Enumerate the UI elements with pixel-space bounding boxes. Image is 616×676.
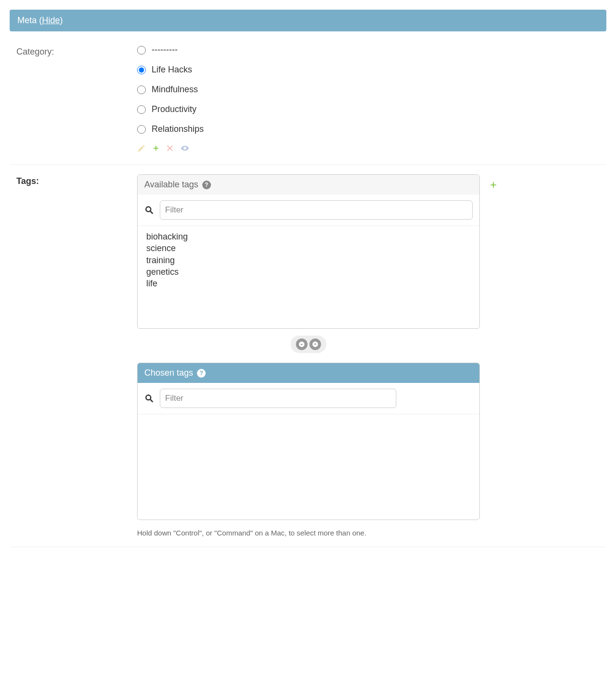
section-header: Meta (Hide) <box>10 10 606 31</box>
svg-point-0 <box>146 207 151 211</box>
add-icon[interactable] <box>152 144 160 153</box>
move-down-button[interactable] <box>296 338 308 350</box>
category-field: --------- Life Hacks Mindfulness Product… <box>137 45 600 153</box>
available-tags-panel: Available tags ? biohacking science trai… <box>137 174 480 329</box>
list-item[interactable]: science <box>146 242 471 254</box>
chooser-buttons <box>291 336 326 353</box>
category-option-label: Life Hacks <box>152 65 192 75</box>
tags-helptext: Hold down "Control", or "Command" on a M… <box>137 529 480 537</box>
move-up-button[interactable] <box>309 338 321 350</box>
list-item[interactable]: biohacking <box>146 231 471 242</box>
section-title-suffix: ) <box>60 15 63 25</box>
section-title-prefix: Meta ( <box>17 15 42 25</box>
chosen-tags-panel: Chosen tags ? <box>137 363 480 520</box>
category-radio[interactable] <box>137 46 146 55</box>
svg-point-2 <box>146 395 151 400</box>
tags-row: Tags: Available tags ? biohacking scie <box>10 165 606 547</box>
edit-icon[interactable] <box>137 144 146 153</box>
list-item[interactable]: genetics <box>146 266 471 278</box>
category-option-label: Productivity <box>152 104 196 114</box>
category-label: Category: <box>16 45 137 153</box>
help-icon[interactable]: ? <box>202 181 211 189</box>
category-radio[interactable] <box>137 85 146 94</box>
category-radio[interactable] <box>137 66 146 74</box>
category-option-label: Mindfulness <box>152 84 198 95</box>
add-tag-icon[interactable] <box>489 180 498 190</box>
chosen-tags-title: Chosen tags <box>144 368 193 378</box>
category-option[interactable]: Mindfulness <box>137 84 600 95</box>
category-radio-list: --------- Life Hacks Mindfulness Product… <box>137 45 600 134</box>
chosen-tags-list[interactable] <box>138 414 479 520</box>
help-icon[interactable]: ? <box>197 369 206 378</box>
delete-icon[interactable] <box>166 144 175 153</box>
view-icon[interactable] <box>181 144 189 153</box>
search-icon <box>144 394 154 403</box>
category-option[interactable]: Relationships <box>137 124 600 134</box>
category-radio[interactable] <box>137 105 146 114</box>
hide-link[interactable]: Hide <box>42 15 60 25</box>
list-item[interactable]: life <box>146 278 471 289</box>
category-row: Category: --------- Life Hacks Mindfulne… <box>10 45 606 165</box>
category-option[interactable]: Productivity <box>137 104 600 114</box>
svg-line-1 <box>151 211 153 214</box>
chosen-filter-row <box>138 383 479 414</box>
available-filter-row <box>138 195 479 226</box>
category-actions <box>137 144 600 153</box>
tags-field: Available tags ? biohacking science trai… <box>137 174 600 537</box>
available-tags-header: Available tags ? <box>138 175 479 195</box>
category-radio[interactable] <box>137 125 146 134</box>
category-option-label: --------- <box>152 45 178 55</box>
chosen-tags-header: Chosen tags ? <box>138 363 479 383</box>
search-icon <box>144 205 154 215</box>
chosen-filter-input[interactable] <box>160 389 396 408</box>
category-option[interactable]: Life Hacks <box>137 65 600 75</box>
category-option-label: Relationships <box>152 124 204 134</box>
available-filter-input[interactable] <box>160 200 473 220</box>
category-option[interactable]: --------- <box>137 45 600 55</box>
list-item[interactable]: training <box>146 254 471 266</box>
tags-label: Tags: <box>16 174 137 537</box>
available-tags-list[interactable]: biohacking science training genetics lif… <box>138 226 479 328</box>
available-tags-title: Available tags <box>144 180 198 190</box>
svg-line-3 <box>151 400 153 402</box>
